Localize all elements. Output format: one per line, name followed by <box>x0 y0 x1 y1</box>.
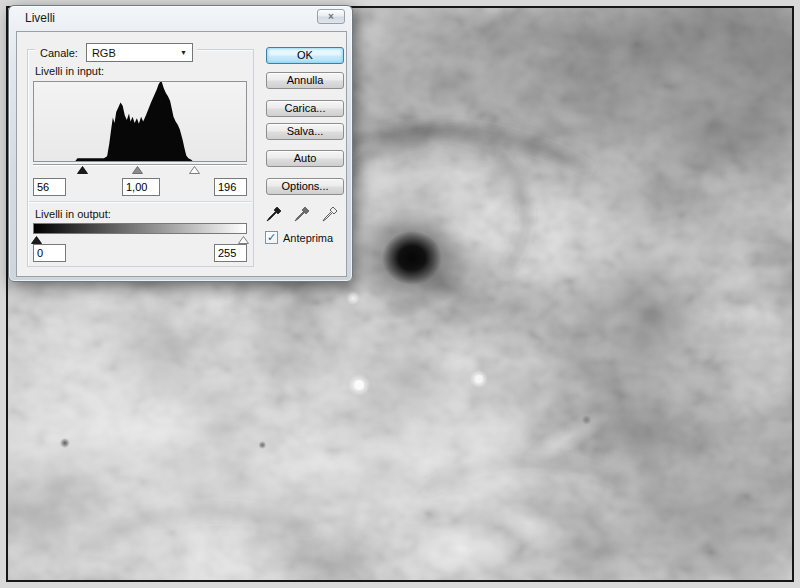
midtone-input-slider[interactable] <box>132 166 143 174</box>
output-levels-label: Livelli in output: <box>35 208 111 220</box>
close-button[interactable]: × <box>317 9 345 24</box>
channel-label: Canale: <box>40 47 78 59</box>
white-output-slider[interactable] <box>238 236 249 244</box>
dialog-title: Livelli <box>25 11 55 25</box>
save-button[interactable]: Salva... <box>266 123 344 140</box>
dialog-titlebar[interactable]: Livelli × <box>9 6 352 31</box>
output-gradient-bar <box>33 223 247 234</box>
white-point-eyedropper-icon[interactable] <box>322 206 338 222</box>
load-button[interactable]: Carica... <box>266 100 344 117</box>
histogram <box>33 81 247 162</box>
preview-label: Anteprima <box>283 232 333 244</box>
preview-checkbox-check: ✓ <box>267 232 276 243</box>
gray-point-eyedropper-icon[interactable] <box>294 206 310 222</box>
screenshot-root: { "window": { "title": "Livelli" }, "dia… <box>0 0 800 588</box>
highlight-input-field[interactable] <box>214 178 247 196</box>
preview-checkbox[interactable]: ✓ <box>265 231 278 244</box>
channel-value: RGB <box>92 47 116 59</box>
levels-dialog: Livelli × Canale: RGB ▼ Livelli in input… <box>8 5 353 282</box>
chevron-down-icon: ▼ <box>180 49 187 56</box>
output-white-field[interactable] <box>214 244 247 262</box>
channel-select[interactable]: RGB ▼ <box>86 43 193 62</box>
ok-button[interactable]: OK <box>266 47 344 64</box>
dialog-client: Canale: RGB ▼ Livelli in input: Livell <box>16 31 347 277</box>
histogram-plot <box>34 82 246 161</box>
section-divider <box>29 201 252 203</box>
shadow-input-field[interactable] <box>33 178 66 196</box>
channel-row: Canale: RGB ▼ <box>35 41 197 64</box>
midtone-input-field[interactable] <box>122 178 160 196</box>
shadow-input-slider[interactable] <box>77 166 88 174</box>
highlight-input-slider[interactable] <box>189 166 200 174</box>
black-output-slider[interactable] <box>31 236 42 244</box>
output-black-field[interactable] <box>33 244 66 262</box>
black-point-eyedropper-icon[interactable] <box>266 206 282 222</box>
options-button[interactable]: Options... <box>266 178 344 195</box>
input-levels-label: Livelli in input: <box>35 65 104 77</box>
auto-button[interactable]: Auto <box>266 150 344 167</box>
close-icon: × <box>328 12 334 22</box>
cancel-button[interactable]: Annulla <box>266 72 344 89</box>
